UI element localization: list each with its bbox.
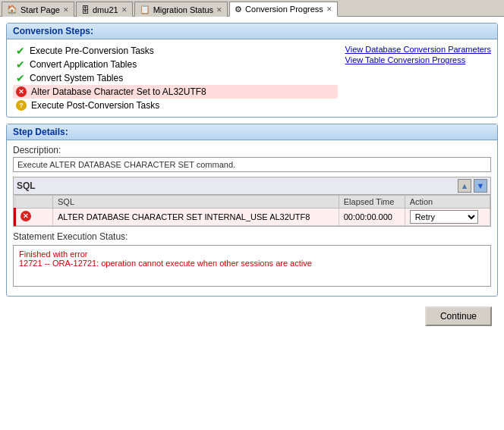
tab-dmu21[interactable]: 🗄 dmu21 ✕ bbox=[76, 2, 133, 17]
tab-conversion-progress[interactable]: ⚙ Conversion Progress ✕ bbox=[229, 2, 338, 17]
step-label-charset: Alter Database Character Set to AL32UTF8 bbox=[31, 86, 206, 97]
step-label-pre: Execute Pre-Conversion Tasks bbox=[30, 46, 154, 56]
sql-row-error-icon bbox=[20, 211, 31, 221]
description-label: Description: bbox=[13, 145, 491, 155]
step-details-body: Description: Execute ALTER DATABASE CHAR… bbox=[7, 140, 497, 296]
status-line1: Finished with error bbox=[19, 250, 485, 259]
steps-top: ✔ Execute Pre-Conversion Tasks ✔ Convert… bbox=[13, 44, 491, 112]
sql-row-sql-cell: ALTER DATABASE CHARACTER SET INTERNAL_US… bbox=[53, 209, 339, 226]
view-params-link[interactable]: View Database Conversion Parameters bbox=[345, 45, 491, 54]
step-icon-ok-app: ✔ bbox=[16, 59, 25, 70]
tab-label-conversion: Conversion Progress bbox=[245, 5, 323, 14]
footer: Continue bbox=[6, 303, 498, 330]
step-app-tables: ✔ Convert Application Tables bbox=[13, 58, 338, 71]
step-label-post: Execute Post-Conversion Tasks bbox=[31, 100, 159, 111]
sql-col-header bbox=[15, 196, 53, 209]
tab-label-migration: Migration Status bbox=[153, 5, 213, 14]
tab-icon-migration: 📋 bbox=[140, 5, 150, 14]
conversion-steps-title: Conversion Steps: bbox=[7, 24, 497, 39]
tab-bar: 🏠 Start Page ✕ 🗄 dmu21 ✕ 📋 Migration Sta… bbox=[0, 0, 504, 17]
sql-col-elapsed: Elapsed Time bbox=[339, 196, 405, 209]
sql-row-0: ALTER DATABASE CHARACTER SET INTERNAL_US… bbox=[15, 209, 490, 226]
sql-arrow-down[interactable]: ▼ bbox=[474, 179, 487, 193]
step-details-title: Step Details: bbox=[7, 124, 497, 140]
description-value: Execute ALTER DATABASE CHARACTER SET com… bbox=[13, 157, 491, 172]
tab-close-migration[interactable]: ✕ bbox=[216, 6, 222, 14]
step-alter-charset: Alter Database Character Set to AL32UTF8 bbox=[13, 85, 338, 99]
tab-start-page[interactable]: 🏠 Start Page ✕ bbox=[2, 2, 74, 17]
sql-row-icon-cell bbox=[15, 209, 53, 226]
sql-col-action: Action bbox=[405, 196, 490, 209]
sql-table-header: SQL Elapsed Time Action bbox=[15, 196, 490, 209]
sql-arrow-up[interactable]: ▲ bbox=[458, 179, 471, 193]
tab-close-dmu21[interactable]: ✕ bbox=[121, 6, 128, 14]
steps-right: View Database Conversion Parameters View… bbox=[338, 44, 491, 65]
step-label-app: Convert Application Tables bbox=[30, 59, 137, 70]
step-icon-ok-pre: ✔ bbox=[16, 46, 25, 56]
step-label-sys: Convert System Tables bbox=[30, 73, 123, 83]
step-icon-pending-post bbox=[16, 100, 27, 111]
sql-label: SQL bbox=[17, 180, 36, 191]
step-icon-ok-sys: ✔ bbox=[16, 73, 25, 83]
sql-table: SQL Elapsed Time Action ALTER DATABASE C… bbox=[14, 195, 490, 226]
main-content: Conversion Steps: ✔ Execute Pre-Conversi… bbox=[0, 17, 504, 430]
step-post-conversion: Execute Post-Conversion Tasks bbox=[13, 99, 338, 112]
tab-label-start: Start Page bbox=[20, 5, 60, 14]
sql-arrows: ▲ ▼ bbox=[458, 179, 487, 193]
status-box: Finished with error 12721 -- ORA-12721: … bbox=[13, 245, 491, 287]
conversion-steps-body: ✔ Execute Pre-Conversion Tasks ✔ Convert… bbox=[7, 39, 497, 117]
view-progress-link[interactable]: View Table Conversion Progress bbox=[345, 55, 466, 64]
tab-label-dmu21: dmu21 bbox=[93, 5, 118, 14]
sql-row-action-cell: Retry Skip Ignore bbox=[405, 209, 490, 226]
status-line2: 12721 -- ORA-12721: operation cannot exe… bbox=[19, 259, 485, 268]
step-pre-conversion: ✔ Execute Pre-Conversion Tasks bbox=[13, 44, 338, 58]
tab-close-start[interactable]: ✕ bbox=[63, 6, 69, 14]
tab-icon-conversion: ⚙ bbox=[235, 5, 242, 14]
tab-icon-start: 🏠 bbox=[7, 5, 17, 14]
step-details-section: Step Details: Description: Execute ALTER… bbox=[6, 124, 498, 297]
tab-close-conversion[interactable]: ✕ bbox=[326, 5, 332, 13]
tab-migration-status[interactable]: 📋 Migration Status ✕ bbox=[134, 2, 228, 17]
description-row: Description: Execute ALTER DATABASE CHAR… bbox=[13, 145, 491, 172]
status-label: Statement Execution Status: bbox=[13, 231, 491, 242]
execution-status-row: Statement Execution Status: Finished wit… bbox=[13, 231, 491, 287]
step-icon-error-charset bbox=[16, 86, 27, 97]
sql-header: SQL ▲ ▼ bbox=[13, 177, 491, 194]
sql-table-container: SQL Elapsed Time Action ALTER DATABASE C… bbox=[13, 194, 491, 227]
action-dropdown[interactable]: Retry Skip Ignore bbox=[410, 210, 478, 224]
continue-button[interactable]: Continue bbox=[425, 306, 492, 326]
sql-row-elapsed-cell: 00:00:00.000 bbox=[339, 209, 405, 226]
sql-col-sql: SQL bbox=[53, 196, 339, 209]
steps-left: ✔ Execute Pre-Conversion Tasks ✔ Convert… bbox=[13, 44, 338, 112]
conversion-steps-section: Conversion Steps: ✔ Execute Pre-Conversi… bbox=[6, 23, 498, 118]
tab-icon-dmu21: 🗄 bbox=[81, 5, 90, 14]
step-system-tables: ✔ Convert System Tables bbox=[13, 71, 338, 85]
